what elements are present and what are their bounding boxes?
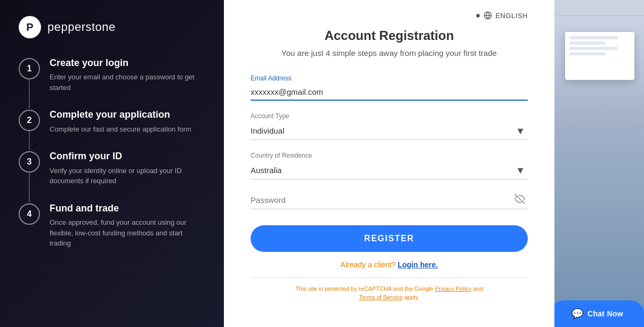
step-title-3: Confirm your ID — [50, 150, 199, 162]
country-label: Country of Residence — [251, 152, 528, 159]
step-title-4: Fund and trade — [50, 202, 199, 215]
step-circle-4: 4 — [19, 203, 40, 225]
logo-area: P pepperstone — [19, 16, 205, 38]
form-subtitle: You are just 4 simple steps away from pl… — [251, 47, 528, 60]
already-client-text: Already a client? Login here. — [251, 260, 528, 269]
globe-icon-svg — [484, 11, 492, 20]
step-title-1: Create your login — [50, 57, 199, 69]
top-bar-sim — [554, 0, 644, 16]
pepperstone-logo-text: pepperstone — [47, 20, 116, 34]
country-group: Country of Residence Australia United Ki… — [251, 152, 528, 179]
screen-line-1 — [569, 36, 618, 39]
password-wrapper — [251, 191, 528, 209]
pepperstone-logo-icon: P — [19, 16, 41, 38]
step-content-4: Fund and trade Once approved, fund your … — [50, 202, 199, 249]
chat-label: Chat Now — [587, 309, 623, 318]
email-label: Email Address — [251, 75, 528, 82]
step-content-3: Confirm your ID Verify your identity onl… — [50, 150, 199, 186]
password-group — [251, 191, 528, 209]
right-panel-background: 💬 Chat Now — [554, 0, 644, 327]
step-desc-3: Verify your identity online or upload yo… — [50, 166, 199, 186]
steps-list: 1 Create your login Enter your email and… — [19, 57, 205, 249]
screen-line-2 — [569, 42, 606, 45]
step-item-3: 3 Confirm your ID Verify your identity o… — [19, 150, 205, 202]
language-selector[interactable]: ● ENGLISH — [251, 11, 528, 20]
eye-icon[interactable] — [514, 193, 525, 207]
password-input[interactable] — [251, 191, 528, 209]
step-item-1: 1 Create your login Enter your email and… — [19, 57, 205, 109]
globe-icon: ● — [476, 11, 481, 20]
account-type-wrapper: Individual Corporate ▼ — [251, 122, 528, 140]
step-circle-1: 1 — [19, 58, 40, 79]
privacy-policy-link[interactable]: Privacy Policy — [435, 285, 471, 292]
step-desc-2: Complete our fast and secure application… — [50, 124, 191, 135]
step-circle-3: 3 — [19, 151, 40, 173]
country-select[interactable]: Australia United Kingdom United States C… — [251, 161, 528, 179]
screen-sim — [565, 32, 634, 80]
chat-bubble-icon: 💬 — [571, 308, 583, 320]
register-button[interactable]: REGISTER — [251, 225, 528, 252]
step-desc-1: Enter your email and choose a password t… — [50, 72, 199, 93]
registration-form-panel: ● ENGLISH Account Registration You are j… — [224, 0, 554, 327]
screen-line-3 — [569, 47, 618, 50]
left-panel: P pepperstone 1 Create your login Enter … — [0, 0, 224, 327]
chat-widget[interactable]: 💬 Chat Now — [554, 300, 644, 327]
email-field-group: Email Address — [251, 75, 528, 101]
step-circle-2: 2 — [19, 110, 40, 131]
step-content-1: Create your login Enter your email and c… — [50, 57, 199, 93]
account-type-select[interactable]: Individual Corporate — [251, 122, 528, 140]
form-title: Account Registration — [251, 28, 528, 43]
email-input[interactable] — [251, 84, 528, 101]
step-desc-4: Once approved, fund your account using o… — [50, 217, 199, 249]
language-label: ENGLISH — [495, 12, 528, 20]
recaptcha-text: This site is protected by reCAPTCHA and … — [251, 284, 528, 302]
country-wrapper: Australia United Kingdom United States C… — [251, 161, 528, 179]
right-panel-overlay — [554, 0, 644, 327]
terms-of-service-link[interactable]: Terms of Service — [359, 294, 402, 300]
step-item-2: 2 Complete your application Complete our… — [19, 109, 205, 150]
account-type-group: Account Type Individual Corporate ▼ — [251, 112, 528, 140]
step-content-2: Complete your application Complete our f… — [50, 109, 191, 134]
screen-line-4 — [569, 52, 606, 55]
login-link[interactable]: Login here. — [398, 260, 438, 269]
step-item-4: 4 Fund and trade Once approved, fund you… — [19, 202, 205, 249]
divider — [251, 277, 528, 278]
account-type-label: Account Type — [251, 112, 528, 120]
step-title-2: Complete your application — [50, 109, 191, 121]
content-sim — [554, 16, 644, 327]
